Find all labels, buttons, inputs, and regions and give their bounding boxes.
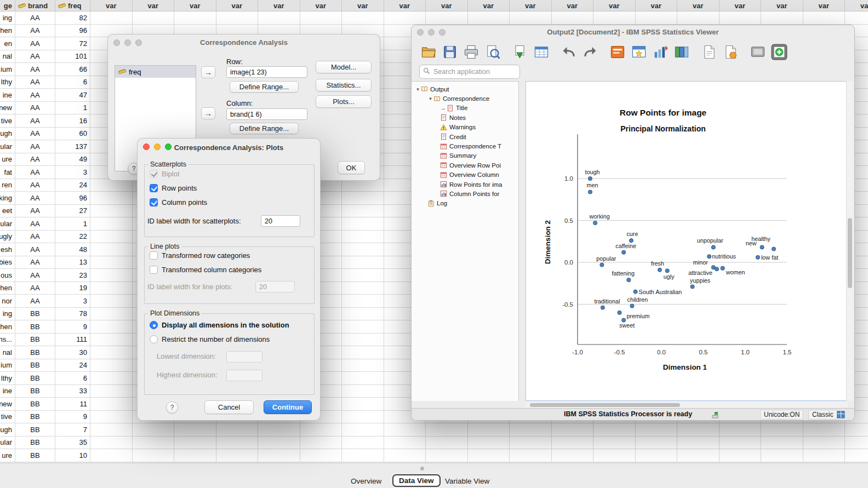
cancel-button[interactable]: Cancel [204, 400, 254, 414]
disclosure-triangle-icon[interactable]: ▾ [415, 87, 421, 92]
cell-brand[interactable]: BB [15, 320, 55, 334]
minimize-button[interactable] [428, 29, 435, 36]
cell-image[interactable]: lthy [0, 76, 15, 89]
cell-empty[interactable] [90, 411, 133, 424]
cell-empty[interactable] [174, 437, 216, 450]
cell-empty[interactable] [342, 243, 384, 256]
cell-brand[interactable]: AA [15, 128, 55, 141]
define-range-row-button[interactable]: Define Range... [230, 81, 299, 93]
designated-window-icon[interactable] [631, 44, 647, 60]
cell-brand[interactable]: AA [15, 63, 55, 76]
header-cell-var[interactable]: var [342, 0, 384, 12]
cell-empty[interactable] [342, 449, 384, 462]
cell-freq[interactable]: 7 [55, 423, 90, 437]
cell-freq[interactable]: 96 [55, 25, 90, 38]
biplot-checkbox[interactable] [150, 170, 158, 178]
cell-brand[interactable]: AA [15, 256, 55, 269]
tree-item-row-points-for-ima[interactable]: Row Points for ima [412, 180, 518, 189]
minimize-button[interactable] [124, 39, 131, 46]
cell-empty[interactable] [90, 423, 133, 437]
cell-empty[interactable] [258, 423, 300, 437]
cell-brand[interactable]: AA [15, 295, 55, 308]
cell-empty[interactable] [845, 437, 868, 450]
cell-image[interactable]: tive [0, 411, 15, 424]
cell-empty[interactable] [90, 449, 133, 462]
cell-empty[interactable] [342, 372, 384, 385]
table-row[interactable]: ureBB10 [0, 449, 868, 462]
cell-empty[interactable] [468, 423, 510, 437]
transformed-col-checkbox[interactable] [150, 266, 158, 274]
cell-empty[interactable] [90, 282, 133, 295]
go-to-data-icon[interactable] [533, 44, 550, 60]
plots-button[interactable]: Plots... [316, 95, 372, 108]
cell-image[interactable]: nor [0, 295, 15, 308]
table-row[interactable]: ughBB7 [0, 423, 868, 437]
define-range-column-button[interactable]: Define Range... [230, 123, 299, 134]
tree-item-summary[interactable]: Summary [412, 151, 518, 160]
cell-empty[interactable] [636, 437, 678, 450]
cell-empty[interactable] [90, 243, 133, 256]
tree-item-correspondence-t[interactable]: Correspondence T [412, 141, 518, 151]
header-cell-var[interactable]: var [216, 0, 259, 12]
header-cell-var[interactable]: var [845, 0, 868, 12]
cell-freq[interactable]: 47 [55, 89, 90, 102]
move-to-row-button[interactable]: → [201, 66, 215, 78]
tree-item-output[interactable]: ▾Output [412, 84, 518, 94]
cell-empty[interactable] [677, 12, 719, 25]
cell-empty[interactable] [342, 411, 384, 424]
cell-empty[interactable] [468, 449, 510, 462]
save-icon[interactable] [442, 44, 458, 60]
cell-brand[interactable]: AA [15, 140, 55, 153]
cell-empty[interactable] [342, 231, 384, 244]
ok-button[interactable]: OK [338, 161, 365, 174]
cell-empty[interactable] [384, 437, 426, 450]
tree-item-correspondence[interactable]: ▾Correspondence [412, 94, 518, 103]
redo-icon[interactable] [582, 44, 598, 60]
scrollbar-thumb[interactable] [848, 218, 852, 288]
insert-chart-icon[interactable] [652, 44, 669, 60]
cell-brand[interactable]: AA [15, 12, 55, 25]
cell-empty[interactable] [133, 423, 175, 437]
cell-empty[interactable] [552, 423, 594, 437]
cell-empty[interactable] [133, 437, 175, 450]
output-content-area[interactable]: Row Points for imagePrincipal Normalizat… [526, 81, 848, 401]
cell-empty[interactable] [342, 192, 384, 205]
cell-brand[interactable]: BB [15, 346, 55, 359]
cell-empty[interactable] [90, 256, 133, 269]
cell-empty[interactable] [677, 449, 719, 462]
display-all-radio[interactable] [150, 321, 158, 329]
cell-image[interactable]: ugh [0, 128, 15, 141]
cell-empty[interactable] [719, 423, 762, 437]
cell-empty[interactable] [426, 449, 468, 462]
cell-empty[interactable] [90, 179, 133, 192]
header-cell-freq[interactable]: freq [55, 0, 90, 12]
cell-empty[interactable] [803, 423, 846, 437]
cell-empty[interactable] [593, 449, 636, 462]
viewer-titlebar[interactable]: Output2 [Document2] - IBM SPSS Statistic… [412, 25, 854, 39]
zoom-button[interactable] [165, 143, 172, 150]
undo-icon[interactable] [561, 44, 577, 60]
cell-empty[interactable] [803, 12, 846, 25]
cell-freq[interactable]: 82 [55, 12, 90, 25]
column-variable-field[interactable]: brand(1 6) [226, 108, 307, 120]
cell-freq[interactable]: 60 [55, 128, 90, 141]
search-box[interactable] [419, 65, 520, 79]
tree-item-warnings[interactable]: Warnings [412, 123, 518, 132]
cell-freq[interactable]: 48 [55, 243, 90, 256]
print-preview-icon[interactable] [484, 44, 501, 60]
cell-empty[interactable] [384, 12, 426, 25]
cell-brand[interactable]: BB [15, 308, 55, 321]
header-cell-var[interactable]: var [719, 0, 762, 12]
cell-empty[interactable] [342, 423, 384, 437]
cell-image[interactable]: ing [0, 308, 15, 321]
cell-image[interactable]: ugly [0, 231, 15, 244]
cell-empty[interactable] [300, 437, 342, 450]
cell-image[interactable]: new [0, 398, 15, 411]
cell-empty[interactable] [342, 437, 384, 450]
cell-empty[interactable] [384, 449, 426, 462]
cell-image[interactable]: tive [0, 114, 15, 128]
cell-freq[interactable]: 27 [55, 205, 90, 218]
cell-image[interactable]: ine [0, 89, 15, 102]
cell-empty[interactable] [90, 320, 133, 334]
cell-freq[interactable]: 11 [55, 398, 90, 411]
